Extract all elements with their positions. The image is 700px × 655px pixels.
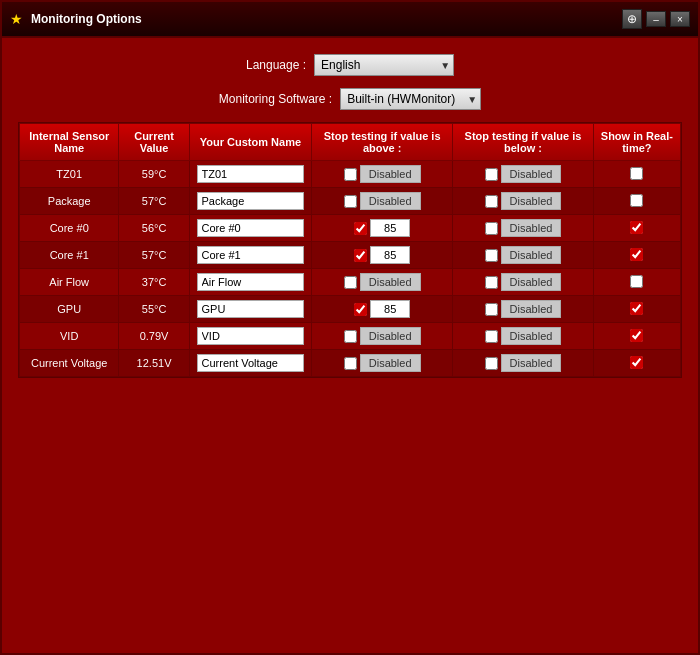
above-threshold-value: 85: [370, 219, 410, 237]
table-row: GPU55°C85Disabled: [20, 296, 681, 323]
custom-name-cell: [189, 296, 311, 323]
above-checkbox[interactable]: [344, 276, 357, 289]
above-threshold-value: Disabled: [360, 327, 421, 345]
col-header-above: Stop testing if value is above :: [312, 124, 453, 161]
language-row: Language : English ▼: [18, 54, 682, 76]
realtime-checkbox[interactable]: [630, 248, 643, 261]
custom-name-input[interactable]: [197, 273, 305, 291]
below-threshold-value: Disabled: [501, 165, 562, 183]
current-value-cell: 56°C: [119, 215, 189, 242]
custom-name-input[interactable]: [197, 165, 305, 183]
minimize-button[interactable]: –: [646, 11, 666, 27]
above-checkbox[interactable]: [344, 357, 357, 370]
table-header-row: Internal Sensor Name Current Value Your …: [20, 124, 681, 161]
realtime-checkbox[interactable]: [630, 329, 643, 342]
above-threshold-value: 85: [370, 300, 410, 318]
above-checkbox[interactable]: [344, 330, 357, 343]
custom-name-cell: [189, 188, 311, 215]
below-value-cell: Disabled: [453, 242, 594, 269]
table-row: Package57°CDisabledDisabled: [20, 188, 681, 215]
table-row: Current Voltage12.51VDisabledDisabled: [20, 350, 681, 377]
star-icon: ★: [10, 11, 23, 27]
title-bar-left: ★ Monitoring Options: [10, 11, 142, 27]
above-threshold-value: Disabled: [360, 354, 421, 372]
above-value-cell: Disabled: [312, 161, 453, 188]
realtime-checkbox[interactable]: [630, 167, 643, 180]
monitoring-select[interactable]: Built-in (HWMonitor): [340, 88, 481, 110]
realtime-checkbox[interactable]: [630, 275, 643, 288]
above-checkbox[interactable]: [344, 195, 357, 208]
above-value-cell: Disabled: [312, 269, 453, 296]
col-header-realtime: Show in Real-time?: [593, 124, 680, 161]
below-value-cell: Disabled: [453, 323, 594, 350]
below-checkbox[interactable]: [485, 249, 498, 262]
realtime-checkbox[interactable]: [630, 194, 643, 207]
close-button[interactable]: ×: [670, 11, 690, 27]
window-title: Monitoring Options: [31, 12, 142, 26]
custom-name-cell: [189, 215, 311, 242]
above-checkbox[interactable]: [354, 249, 367, 262]
below-checkbox[interactable]: [485, 195, 498, 208]
above-value-cell: Disabled: [312, 323, 453, 350]
below-checkbox[interactable]: [485, 168, 498, 181]
custom-name-cell: [189, 269, 311, 296]
custom-name-cell: [189, 242, 311, 269]
monitoring-label: Monitoring Software :: [219, 92, 332, 106]
current-value-cell: 0.79V: [119, 323, 189, 350]
content-area: Language : English ▼ Monitoring Software…: [2, 38, 698, 394]
table-row: Air Flow37°CDisabledDisabled: [20, 269, 681, 296]
monitoring-row: Monitoring Software : Built-in (HWMonito…: [18, 88, 682, 110]
table-row: TZ0159°CDisabledDisabled: [20, 161, 681, 188]
main-window: ★ Monitoring Options ⊕ – × Language : En…: [0, 0, 700, 655]
below-checkbox[interactable]: [485, 357, 498, 370]
current-value-cell: 37°C: [119, 269, 189, 296]
above-value-cell: 85: [312, 215, 453, 242]
below-threshold-value: Disabled: [501, 327, 562, 345]
monitoring-select-wrapper: Built-in (HWMonitor) ▼: [340, 88, 481, 110]
custom-name-input[interactable]: [197, 354, 305, 372]
above-value-cell: Disabled: [312, 188, 453, 215]
table-row: VID0.79VDisabledDisabled: [20, 323, 681, 350]
below-threshold-value: Disabled: [501, 192, 562, 210]
above-checkbox[interactable]: [354, 222, 367, 235]
title-bar-right: ⊕ – ×: [622, 9, 690, 29]
col-header-current: Current Value: [119, 124, 189, 161]
language-select[interactable]: English: [314, 54, 454, 76]
col-header-custom: Your Custom Name: [189, 124, 311, 161]
sensor-name-cell: Core #1: [20, 242, 119, 269]
custom-name-input[interactable]: [197, 219, 305, 237]
below-checkbox[interactable]: [485, 330, 498, 343]
current-value-cell: 57°C: [119, 242, 189, 269]
current-value-cell: 55°C: [119, 296, 189, 323]
realtime-cell: [593, 350, 680, 377]
move-button[interactable]: ⊕: [622, 9, 642, 29]
realtime-cell: [593, 188, 680, 215]
below-threshold-value: Disabled: [501, 354, 562, 372]
below-checkbox[interactable]: [485, 276, 498, 289]
realtime-checkbox[interactable]: [630, 302, 643, 315]
above-checkbox[interactable]: [354, 303, 367, 316]
above-checkbox[interactable]: [344, 168, 357, 181]
realtime-checkbox[interactable]: [630, 356, 643, 369]
realtime-checkbox[interactable]: [630, 221, 643, 234]
sensor-name-cell: GPU: [20, 296, 119, 323]
custom-name-input[interactable]: [197, 327, 305, 345]
realtime-cell: [593, 323, 680, 350]
custom-name-cell: [189, 350, 311, 377]
above-value-cell: Disabled: [312, 350, 453, 377]
custom-name-cell: [189, 161, 311, 188]
custom-name-input[interactable]: [197, 192, 305, 210]
sensors-table: Internal Sensor Name Current Value Your …: [19, 123, 681, 377]
col-header-sensor: Internal Sensor Name: [20, 124, 119, 161]
current-value-cell: 12.51V: [119, 350, 189, 377]
below-checkbox[interactable]: [485, 303, 498, 316]
sensor-name-cell: TZ01: [20, 161, 119, 188]
custom-name-input[interactable]: [197, 246, 305, 264]
realtime-cell: [593, 269, 680, 296]
below-value-cell: Disabled: [453, 269, 594, 296]
custom-name-input[interactable]: [197, 300, 305, 318]
above-threshold-value: 85: [370, 246, 410, 264]
below-value-cell: Disabled: [453, 161, 594, 188]
below-checkbox[interactable]: [485, 222, 498, 235]
language-label: Language :: [246, 58, 306, 72]
